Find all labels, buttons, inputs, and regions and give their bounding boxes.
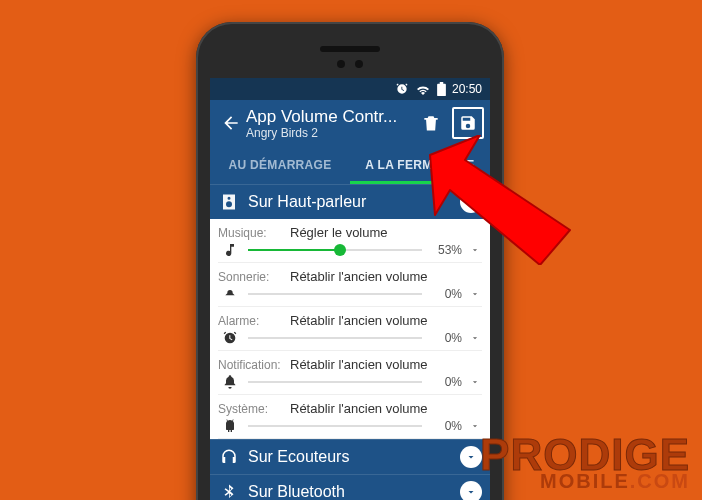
value-ring: 0% [428,287,462,301]
battery-icon [437,82,446,96]
collapse-speaker-button[interactable] [460,191,482,213]
trash-icon [421,113,441,133]
label-ring: Sonnerie: [218,270,290,284]
android-icon [218,418,242,434]
caret-down-icon [470,289,480,299]
value-notification: 0% [428,375,462,389]
dropdown-ring[interactable] [468,289,482,299]
label-music: Musique: [218,226,290,240]
caret-down-icon [470,245,480,255]
watermark: PRODIGE MOBILE.COM [480,436,690,490]
save-icon [459,114,477,132]
speaker-icon [218,193,240,211]
wifi-icon [415,83,431,95]
dropdown-notification[interactable] [468,377,482,387]
label-alarm: Alarme: [218,314,290,328]
slider-notification[interactable] [248,376,422,388]
dropdown-music[interactable] [468,245,482,255]
dropdown-alarm[interactable] [468,333,482,343]
alarm-clock-icon [395,82,409,96]
tab-on-close[interactable]: A LA FERMETURE [350,148,490,184]
svg-point-0 [228,203,231,206]
caret-down-icon [470,377,480,387]
app-bar-titles: App Volume Contr... Angry Birds 2 [246,107,414,140]
slider-alarm[interactable] [248,332,422,344]
row-notification: Notification: Rétablir l'ancien volume 0… [210,351,490,395]
bluetooth-icon [218,483,240,500]
chevron-down-icon [465,486,477,498]
back-button[interactable] [216,113,246,133]
app-title: App Volume Contr... [246,107,414,127]
save-button[interactable] [452,107,484,139]
action-system[interactable]: Rétablir l'ancien volume [290,397,482,418]
row-ring: Sonnerie: Rétablir l'ancien volume 0% [210,263,490,307]
row-alarm: Alarme: Rétablir l'ancien volume 0% [210,307,490,351]
tab-indicator [350,181,490,184]
row-system: Système: Rétablir l'ancien volume 0% [210,395,490,439]
slider-ring[interactable] [248,288,422,300]
phone-sensors [337,60,363,68]
tab-on-start[interactable]: AU DÉMARRAGE [210,148,350,184]
value-music: 53% [428,243,462,257]
chevron-up-icon [465,196,477,208]
section-headphones[interactable]: Sur Ecouteurs [210,439,490,474]
section-speaker-label: Sur Haut-parleur [248,193,452,211]
ring-icon [218,286,242,302]
app-subtitle: Angry Birds 2 [246,126,414,140]
slider-system[interactable] [248,420,422,432]
caret-down-icon [470,421,480,431]
expand-headphones-button[interactable] [460,446,482,468]
bell-icon [218,374,242,390]
action-music[interactable]: Régler le volume [290,221,482,242]
label-notification: Notification: [218,358,290,372]
value-alarm: 0% [428,331,462,345]
phone-frame: 20:50 App Volume Contr... Angry Birds 2 … [196,22,504,500]
section-bluetooth-label: Sur Bluetooth [248,483,452,500]
phone-screen: 20:50 App Volume Contr... Angry Birds 2 … [210,78,490,500]
label-system: Système: [218,402,290,416]
chevron-down-icon [465,451,477,463]
delete-button[interactable] [414,106,448,140]
action-alarm[interactable]: Rétablir l'ancien volume [290,309,482,330]
tab-bar: AU DÉMARRAGE A LA FERMETURE [210,148,490,184]
slider-music[interactable] [248,244,422,256]
expand-bluetooth-button[interactable] [460,481,482,500]
music-note-icon [218,242,242,258]
row-music: Musique: Régler le volume 53% [210,219,490,263]
section-speaker[interactable]: Sur Haut-parleur [210,184,490,219]
section-bluetooth[interactable]: Sur Bluetooth [210,474,490,500]
action-ring[interactable]: Rétablir l'ancien volume [290,265,482,286]
android-status-bar: 20:50 [210,78,490,100]
status-time: 20:50 [452,82,482,96]
value-system: 0% [428,419,462,433]
app-bar: App Volume Contr... Angry Birds 2 [210,100,490,148]
speaker-panel: Musique: Régler le volume 53% [210,219,490,439]
headphones-icon [218,448,240,466]
section-headphones-label: Sur Ecouteurs [248,448,452,466]
watermark-line1: PRODIGE [480,436,690,473]
caret-down-icon [470,333,480,343]
alarm-icon [218,330,242,346]
back-arrow-icon [221,113,241,133]
action-notification[interactable]: Rétablir l'ancien volume [290,353,482,374]
